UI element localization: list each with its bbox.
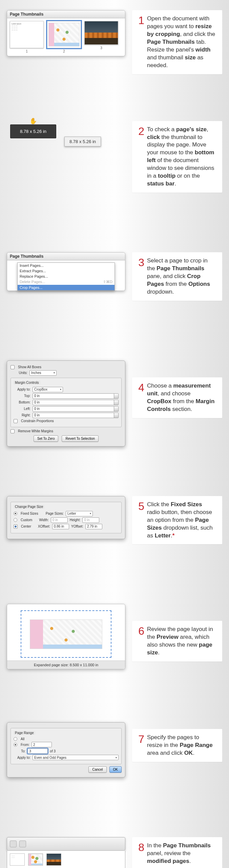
thumbnails-toolbar: [7, 837, 125, 851]
from-radio[interactable]: [14, 743, 17, 747]
show-all-boxes-checkbox[interactable]: [11, 365, 15, 369]
step-body: To check a page's size, click the thumbn…: [147, 126, 216, 188]
left-input[interactable]: 0 in: [33, 406, 119, 412]
bottom-label: Bottom:: [14, 400, 30, 404]
step-body: Select a page to crop in the Page Thumbn…: [147, 257, 216, 296]
size-tooltip: ✋ 8.78 x 5.26 in: [10, 124, 56, 138]
step-body: Specify the pages to resize in the Page …: [147, 734, 216, 757]
step-number: 4: [136, 382, 144, 393]
step-6: 6 Review the page layout in the Preview …: [132, 621, 222, 662]
thumbnail-1[interactable]: Lorem ipsum— — —— — —— — —: [10, 21, 44, 48]
menu-insert-pages[interactable]: Insert Pages...: [18, 263, 114, 268]
step-1: 1 Open the document with pages you want …: [132, 10, 222, 74]
menu-extract-pages[interactable]: Extract Pages...: [18, 268, 114, 274]
units-label: Units:: [11, 371, 27, 375]
height-label: Height:: [70, 518, 81, 522]
menu-delete-pages: Delete Pages...⇧⌘D: [18, 279, 114, 285]
from-input[interactable]: 2: [32, 742, 52, 747]
cancel-button[interactable]: Cancel: [88, 766, 106, 773]
xoffset-label: XOffset:: [38, 525, 50, 528]
change-page-size-group: Change Page Size: [14, 505, 44, 509]
ok-button[interactable]: OK: [109, 766, 122, 773]
step-number: 8: [136, 842, 144, 853]
left-label: Left:: [14, 407, 30, 411]
apply-to-select[interactable]: Even and Odd Pages: [33, 755, 119, 760]
panel-title: Page Thumbnails: [7, 11, 125, 18]
step-number: 7: [136, 734, 144, 745]
preview-caption: Expanded page size: 8.500 x 11.000 in: [7, 660, 125, 669]
remove-margins-checkbox[interactable]: [11, 429, 15, 433]
step-body: Review the page layout in the Preview ar…: [147, 626, 216, 657]
bottom-input[interactable]: 0 in: [33, 400, 119, 405]
mini-thumbnail[interactable]: — —— —: [10, 853, 25, 866]
crop-dialog-margin: Show All Boxes Units:Inches Margin Contr…: [7, 360, 125, 447]
all-radio[interactable]: [14, 737, 17, 741]
show-all-label: Show All Boxes: [18, 365, 41, 369]
mini-thumbnail[interactable]: [28, 853, 43, 866]
custom-radio[interactable]: [14, 518, 17, 522]
page-thumbnails-panel: Page Thumbnails Lorem ipsum— — —— — —— —…: [7, 10, 125, 56]
step-number: 6: [136, 626, 144, 636]
step-body: Open the document with pages you want to…: [147, 15, 216, 70]
page-range-dialog: Page Range All From: 2 To: 3 of 3 Apply …: [7, 722, 125, 777]
step-8: 8 In the Page Thumbnails panel, review t…: [132, 837, 222, 868]
apply-to-label: Apply to:: [14, 388, 30, 391]
step-7: 7 Specify the pages to resize in the Pag…: [132, 729, 222, 762]
hand-cursor-icon: ✋: [29, 117, 37, 125]
thumbnail-label: 2: [47, 50, 81, 53]
height-input[interactable]: 0 in: [82, 517, 99, 523]
page-sizes-select[interactable]: Letter: [66, 511, 93, 516]
margin-controls-group: Margin Controls: [14, 381, 40, 384]
preview-panel: Expanded page size: 8.500 x 11.000 in: [7, 604, 125, 669]
constrain-label: Constrain Proportions: [21, 419, 54, 423]
menu-crop-pages[interactable]: Crop Pages...: [18, 285, 114, 290]
custom-label: Custom: [21, 518, 32, 522]
right-input[interactable]: 0 in: [33, 413, 119, 418]
step-4: 4 Choose a measurement unit, and choose …: [132, 377, 222, 418]
set-to-zero-button[interactable]: Set To Zero: [34, 435, 59, 442]
width-input[interactable]: 0 in: [51, 517, 68, 523]
step-number: 1: [136, 15, 144, 26]
apply-to-label: Apply to:: [14, 756, 30, 760]
menu-replace-pages[interactable]: Replace Pages...: [18, 274, 114, 279]
yoffset-input[interactable]: 2.79 in: [85, 524, 102, 529]
to-label: To:: [21, 749, 25, 753]
width-label: Width:: [39, 518, 48, 522]
thumbnail-label: 3: [84, 46, 118, 50]
step-body: Choose a measurement unit, and choose Cr…: [147, 382, 216, 413]
top-label: Top:: [14, 394, 30, 398]
fixed-sizes-label: Fixed Sizes: [21, 512, 38, 515]
step-3: 3 Select a page to crop in the Page Thum…: [132, 252, 222, 301]
step-body: In the Page Thumbnails panel, review the…: [147, 842, 216, 865]
step-number: 5: [136, 501, 144, 512]
apply-to-select[interactable]: CropBox: [33, 387, 63, 392]
thumbnail-label: 1: [10, 50, 44, 53]
right-label: Right:: [14, 413, 30, 417]
thumbnail-2[interactable]: [47, 21, 81, 48]
top-input[interactable]: 0 in: [33, 393, 119, 399]
remove-margins-label: Remove White Margins: [18, 429, 53, 433]
tool-icon[interactable]: [10, 841, 17, 847]
step-number: 2: [136, 126, 144, 137]
revert-button[interactable]: Revert To Selection: [62, 435, 99, 442]
step-body: Click the Fixed Sizes radio button, then…: [147, 501, 216, 540]
mini-thumbnail[interactable]: [46, 853, 61, 866]
thumbnail-3[interactable]: [84, 21, 118, 45]
units-select[interactable]: Inches: [29, 370, 57, 376]
step-5: 5 Click the Fixed Sizes radio button, th…: [132, 496, 222, 545]
step-number: 3: [136, 257, 144, 268]
constrain-checkbox[interactable]: [14, 419, 18, 423]
page-thumbnails-panel-menu: Page Thumbnails Insert Pages... Extract …: [7, 252, 125, 291]
xoffset-input[interactable]: 0.86 in: [52, 524, 69, 529]
status-bar-size: 8.78 x 5.26 in: [64, 137, 101, 146]
of-label: of 3: [50, 749, 56, 753]
fixed-sizes-radio[interactable]: [14, 512, 17, 515]
center-checkbox[interactable]: [14, 525, 18, 529]
tool-icon[interactable]: [19, 841, 26, 847]
change-page-size-dialog: Change Page Size Fixed Sizes Page Sizes:…: [7, 496, 125, 539]
to-input[interactable]: 3: [27, 748, 48, 754]
from-label: From:: [21, 743, 29, 747]
page-sizes-label: Page Sizes:: [46, 512, 64, 515]
yoffset-label: YOffset:: [71, 525, 83, 528]
panel-title: Page Thumbnails: [7, 253, 125, 260]
